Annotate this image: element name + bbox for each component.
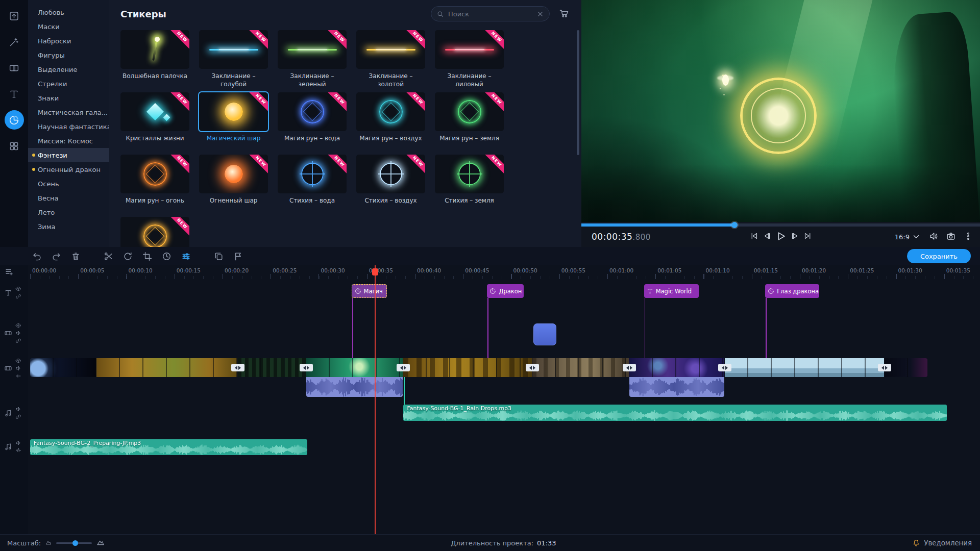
playhead-handle[interactable]: [372, 268, 378, 276]
track-link-toggle[interactable]: [15, 338, 21, 344]
video-clip[interactable]: [629, 358, 724, 377]
more-options-button[interactable]: [964, 232, 973, 242]
zoom-out-button[interactable]: [45, 539, 52, 547]
rail-item-transitions[interactable]: [5, 58, 24, 78]
flag-button[interactable]: [232, 250, 244, 262]
track-link-toggle[interactable]: [15, 293, 21, 299]
sticker-item[interactable]: NEWМагия рун – воздух: [356, 92, 425, 152]
category-item[interactable]: Фэнтези: [28, 148, 109, 162]
copy-button[interactable]: [212, 250, 225, 262]
volume-button[interactable]: [929, 232, 938, 242]
sticker-item[interactable]: NEWМагический шар: [199, 92, 268, 152]
track-mute-toggle[interactable]: [15, 330, 21, 336]
stepback-button[interactable]: [763, 232, 771, 242]
video-clip[interactable]: [96, 358, 237, 377]
transition-badge[interactable]: [397, 364, 410, 371]
category-item[interactable]: Миссия: Космос: [28, 134, 109, 148]
sticker-item[interactable]: NEWЗаклинание – лиловый: [435, 30, 504, 89]
category-item[interactable]: Стрелки: [28, 77, 109, 91]
sticker-item[interactable]: NEWМагия рун – огонь: [120, 155, 189, 214]
title-clip[interactable]: Дракон: [487, 284, 524, 298]
category-item[interactable]: Весна: [28, 191, 109, 205]
video-clip[interactable]: [30, 358, 96, 377]
transition-badge[interactable]: [878, 364, 891, 371]
sticker-item[interactable]: NEWКристаллы жизни: [120, 92, 189, 152]
zoom-slider-handle[interactable]: [72, 540, 78, 546]
category-item[interactable]: Знаки: [28, 91, 109, 105]
sliders-button[interactable]: [180, 250, 192, 262]
category-item[interactable]: Мистическая гала...: [28, 105, 109, 119]
category-item[interactable]: Фигуры: [28, 48, 109, 62]
category-item[interactable]: Маски: [28, 19, 109, 34]
notifications-button[interactable]: Уведомления: [912, 539, 972, 547]
stepfwd-button[interactable]: [791, 232, 799, 242]
sticker-item[interactable]: NEWСтихия – воздух: [356, 155, 425, 214]
clear-search-icon[interactable]: [536, 10, 544, 18]
category-item[interactable]: Огненный дракон: [28, 162, 109, 177]
transition-badge[interactable]: [718, 364, 731, 371]
track-link-toggle[interactable]: [15, 414, 21, 420]
sticker-item[interactable]: NEWМагия рун – земля: [435, 92, 504, 152]
video-clip[interactable]: [238, 358, 306, 377]
transition-badge[interactable]: [300, 364, 313, 371]
store-cart-button[interactable]: [559, 8, 569, 20]
video-clip[interactable]: [306, 358, 403, 377]
sticker-item[interactable]: NEWЗаклинание – голубой: [199, 30, 268, 89]
category-item[interactable]: Лето: [28, 205, 109, 219]
track-visibility-toggle[interactable]: [15, 286, 21, 292]
rail-item-effects[interactable]: [5, 32, 24, 52]
audio-clip[interactable]: Fantasy-Sound-BG-1_Rain Drops.mp3: [403, 405, 947, 421]
trash-button[interactable]: [69, 250, 82, 262]
undo-button[interactable]: [31, 250, 43, 262]
video-clip[interactable]: [725, 358, 884, 377]
category-item[interactable]: Наброски: [28, 34, 109, 48]
sticker-item[interactable]: NEWЗаклинание – золотой: [356, 30, 425, 89]
title-clip[interactable]: Магич: [352, 284, 387, 298]
rail-item-import[interactable]: [5, 6, 24, 26]
video-clip[interactable]: [403, 358, 532, 377]
track-visibility-toggle[interactable]: [15, 322, 21, 329]
rail-item-titles[interactable]: [5, 84, 24, 104]
crop-button[interactable]: [141, 250, 153, 262]
transition-badge[interactable]: [623, 364, 636, 371]
category-item[interactable]: Выделение: [28, 62, 109, 77]
transition-badge[interactable]: [231, 364, 244, 371]
sticker-item[interactable]: NEW: [120, 217, 189, 247]
track-mute-toggle[interactable]: [15, 440, 21, 446]
audio-clip[interactable]: Fantasy-Sound-BG-2_Preparing-JP.mp3: [30, 439, 307, 455]
sticker-item[interactable]: NEWМагия рун – вода: [278, 92, 347, 152]
video-clip[interactable]: [532, 358, 629, 377]
track-back-toggle[interactable]: [15, 373, 21, 379]
playhead[interactable]: [375, 265, 376, 534]
rail-item-stickers[interactable]: [5, 110, 24, 130]
skipend-button[interactable]: [803, 232, 812, 242]
sticker-item[interactable]: NEWЗаклинание – зеленый: [278, 30, 347, 89]
clock-button[interactable]: [160, 250, 173, 262]
track-mute-toggle[interactable]: [15, 406, 21, 412]
rail-item-more-tools[interactable]: [5, 136, 24, 156]
category-item[interactable]: Любовь: [28, 5, 109, 19]
aspect-ratio-selector[interactable]: 16:9: [895, 232, 921, 241]
category-item[interactable]: Осень: [28, 177, 109, 191]
sticker-item[interactable]: NEWСтихия – земля: [435, 155, 504, 214]
add-track-button[interactable]: [5, 267, 14, 278]
track-mute-toggle[interactable]: [15, 365, 21, 371]
rotate-button[interactable]: [121, 250, 134, 262]
zoom-in-button[interactable]: [96, 538, 105, 548]
sticker-item[interactable]: NEWВолшебная палочка: [120, 30, 189, 89]
zoom-slider[interactable]: [56, 542, 92, 544]
transition-badge[interactable]: [526, 364, 539, 371]
sticker-item[interactable]: NEWОгненный шар: [199, 155, 268, 214]
search-input[interactable]: [448, 10, 532, 18]
snapshot-button[interactable]: [946, 232, 955, 242]
overlay-clip[interactable]: [533, 323, 556, 345]
title-clip[interactable]: Глаз дракона: [765, 284, 819, 298]
track-fx-toggle[interactable]: [15, 447, 21, 454]
sticker-item[interactable]: NEWСтихия – вода: [278, 155, 347, 214]
category-item[interactable]: Научная фантастика: [28, 119, 109, 134]
track-visibility-toggle[interactable]: [15, 358, 21, 364]
search-box[interactable]: [431, 6, 550, 21]
save-button[interactable]: Сохранить: [907, 249, 971, 263]
stickers-scrollbar[interactable]: [577, 30, 579, 155]
play-button[interactable]: [775, 231, 787, 243]
